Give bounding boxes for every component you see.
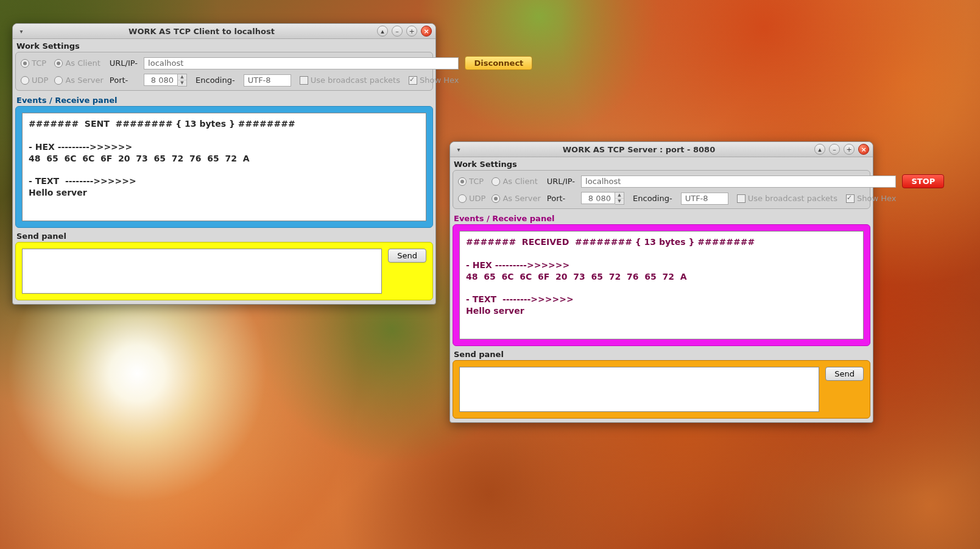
as-server-radio[interactable]: As Server [54,76,103,85]
settings-panel: TCP As Client URL/IP- STOP UDP As Server… [453,170,870,209]
port-stepper[interactable]: ▲▼ [581,192,624,205]
tcp-label: TCP [469,177,484,186]
send-panel-label: Send panel [15,230,433,242]
server-window: ▾ WORK AS TCP Server : port - 8080 ▴ – +… [449,141,873,423]
minimize-icon[interactable]: – [392,26,403,37]
receive-panel: ####### RECEIVED ######## { 13 bytes } #… [453,224,870,346]
receive-panel-label: Events / Receive panel [453,213,870,224]
as-client-label: As Client [65,58,100,68]
udp-radio[interactable]: UDP [21,76,48,85]
tcp-radio[interactable]: TCP [21,58,48,68]
encoding-label: Encoding- [633,194,672,203]
receive-panel: ####### SENT ######## { 13 bytes } #####… [15,106,433,228]
broadcast-checkbox[interactable]: Use broadcast packets [737,194,837,203]
url-label: URL/IP- [110,58,138,68]
encoding-input[interactable] [681,193,728,205]
send-textarea[interactable] [459,367,819,412]
as-client-radio[interactable]: As Client [492,177,540,186]
showhex-checkbox[interactable]: Show Hex [409,76,459,85]
url-input[interactable] [144,57,459,69]
tcp-label: TCP [32,58,46,68]
receive-textarea[interactable]: ####### SENT ######## { 13 bytes } #####… [22,113,426,221]
desktop-wallpaper: ▾ WORK AS TCP Client to localhost ▴ – + … [0,0,980,549]
send-panel-label: Send panel [453,349,870,360]
url-label: URL/IP- [547,177,575,186]
port-stepper[interactable]: ▲▼ [144,74,187,87]
udp-label: UDP [469,194,485,203]
maximize-icon[interactable]: + [406,26,417,37]
titlebar[interactable]: ▾ WORK AS TCP Client to localhost ▴ – + … [13,24,435,39]
maximize-icon[interactable]: + [844,144,855,155]
tcp-radio[interactable]: TCP [458,177,485,186]
minimize-icon[interactable]: – [829,144,840,155]
send-panel: Send [453,360,870,419]
send-textarea[interactable] [22,249,382,294]
work-settings-label: Work Settings [15,40,433,52]
client-window: ▾ WORK AS TCP Client to localhost ▴ – + … [12,23,436,305]
rollup-icon[interactable]: ▴ [377,26,388,37]
receive-panel-label: Events / Receive panel [15,94,433,106]
work-settings-label: Work Settings [453,158,870,170]
send-button[interactable]: Send [388,249,426,263]
port-input[interactable] [144,74,178,86]
stop-button[interactable]: STOP [902,174,944,188]
port-input[interactable] [581,192,615,204]
titlebar[interactable]: ▾ WORK AS TCP Server : port - 8080 ▴ – +… [450,142,873,157]
close-icon[interactable]: × [421,26,432,37]
url-input[interactable] [581,175,896,188]
as-client-label: As Client [502,177,537,186]
encoding-label: Encoding- [196,76,235,85]
disconnect-button[interactable]: Disconnect [465,56,532,70]
showhex-label: Show Hex [857,194,896,203]
broadcast-checkbox[interactable]: Use broadcast packets [300,76,400,85]
send-panel: Send [15,242,433,300]
as-client-radio[interactable]: As Client [54,58,103,68]
chevron-down-icon[interactable]: ▼ [615,199,624,204]
as-server-label: As Server [65,76,103,85]
settings-panel: TCP As Client URL/IP- Disconnect UDP As … [15,52,433,91]
chevron-up-icon[interactable]: ▲ [178,74,186,80]
broadcast-label: Use broadcast packets [311,76,400,85]
as-server-radio[interactable]: As Server [492,194,540,203]
chevron-down-icon[interactable]: ▼ [178,80,186,86]
window-title: WORK AS TCP Server : port - 8080 [464,145,814,154]
port-label: Port- [547,194,575,203]
window-title: WORK AS TCP Client to localhost [26,27,377,36]
encoding-input[interactable] [244,74,291,87]
udp-radio[interactable]: UDP [458,194,485,203]
window-menu-icon[interactable]: ▾ [454,144,464,154]
send-button[interactable]: Send [825,367,864,381]
receive-textarea[interactable]: ####### RECEIVED ######## { 13 bytes } #… [459,231,864,339]
port-label: Port- [110,76,138,85]
broadcast-label: Use broadcast packets [748,194,837,203]
udp-label: UDP [32,76,48,85]
showhex-label: Show Hex [420,76,459,85]
showhex-checkbox[interactable]: Show Hex [846,194,896,203]
window-menu-icon[interactable]: ▾ [16,26,26,36]
rollup-icon[interactable]: ▴ [814,144,825,155]
as-server-label: As Server [502,194,540,203]
chevron-up-icon[interactable]: ▲ [615,193,624,199]
close-icon[interactable]: × [858,144,869,155]
